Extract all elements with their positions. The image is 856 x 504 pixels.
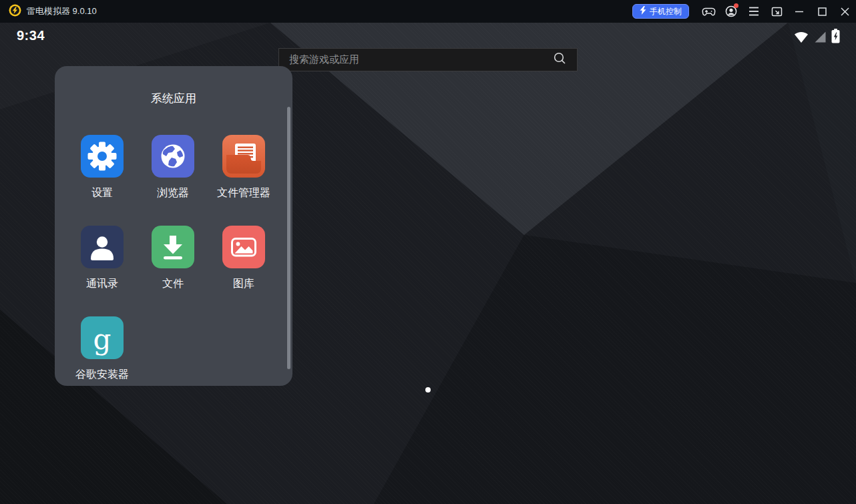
signal-icon bbox=[814, 31, 827, 46]
settings-app-icon bbox=[81, 135, 124, 178]
account-icon[interactable] bbox=[720, 0, 742, 23]
ldplayer-logo-icon bbox=[9, 4, 21, 19]
resize-icon[interactable] bbox=[765, 0, 788, 23]
scrollbar-thumb[interactable] bbox=[287, 107, 290, 369]
maximize-button[interactable] bbox=[811, 0, 833, 23]
app-label: 图库 bbox=[233, 277, 254, 290]
files-app-icon bbox=[152, 226, 194, 268]
close-button[interactable] bbox=[833, 0, 856, 23]
window-title: 雷电模拟器 9.0.10 bbox=[27, 5, 97, 17]
app-label: 浏览器 bbox=[157, 186, 189, 200]
titlebar[interactable]: 雷电模拟器 9.0.10 手机控制 bbox=[0, 0, 856, 23]
app-shortcut-google[interactable]: g 谷歌安装器 bbox=[67, 316, 138, 381]
app-shortcut-filemgr[interactable]: 文件管理器 bbox=[208, 135, 279, 200]
status-icons bbox=[793, 29, 840, 46]
minimize-button[interactable] bbox=[788, 0, 811, 23]
gallery-app-icon bbox=[222, 226, 265, 268]
app-shortcut-gallery[interactable]: 图库 bbox=[208, 226, 279, 290]
app-shortcut-contacts[interactable]: 通讯录 bbox=[67, 226, 138, 290]
search-bar[interactable]: 搜索游戏或应用 bbox=[278, 48, 578, 71]
filemgr-app-icon bbox=[222, 135, 265, 178]
phone-control-button[interactable]: 手机控制 bbox=[632, 4, 689, 19]
browser-app-icon bbox=[152, 135, 194, 178]
android-screen: 9:34 搜索游戏或应用 bbox=[0, 23, 856, 504]
app-label: 谷歌安装器 bbox=[75, 368, 129, 381]
app-grid: 设置 浏览器 bbox=[67, 135, 279, 381]
contacts-app-icon bbox=[81, 226, 124, 268]
clock: 9:34 bbox=[17, 28, 45, 43]
battery-charging-icon bbox=[831, 29, 840, 46]
titlebar-left: 雷电模拟器 9.0.10 bbox=[0, 4, 97, 19]
search-icon bbox=[553, 51, 567, 68]
emulator-window: 雷电模拟器 9.0.10 手机控制 bbox=[0, 0, 856, 504]
app-shortcut-browser[interactable]: 浏览器 bbox=[138, 135, 208, 200]
svg-text:g: g bbox=[93, 323, 112, 356]
folder-panel: 系统应用 设置 浏览器 bbox=[55, 66, 292, 386]
page-indicator-dot[interactable] bbox=[425, 387, 431, 393]
titlebar-controls: 手机控制 bbox=[632, 0, 856, 23]
app-label: 文件 bbox=[162, 277, 184, 290]
phone-control-label: 手机控制 bbox=[650, 6, 682, 17]
app-shortcut-settings[interactable]: 设置 bbox=[67, 135, 138, 200]
gamepad-icon[interactable] bbox=[697, 0, 720, 23]
lightning-icon bbox=[640, 6, 646, 17]
menu-icon[interactable] bbox=[742, 0, 765, 23]
folder-title: 系统应用 bbox=[55, 66, 292, 106]
google-app-icon: g bbox=[81, 316, 124, 359]
app-label: 通讯录 bbox=[86, 277, 118, 290]
notification-dot bbox=[734, 3, 738, 8]
search-placeholder: 搜索游戏或应用 bbox=[289, 53, 359, 66]
app-label: 设置 bbox=[91, 186, 113, 200]
app-label: 文件管理器 bbox=[217, 186, 270, 200]
wifi-icon bbox=[793, 30, 809, 46]
app-shortcut-files[interactable]: 文件 bbox=[138, 226, 208, 290]
